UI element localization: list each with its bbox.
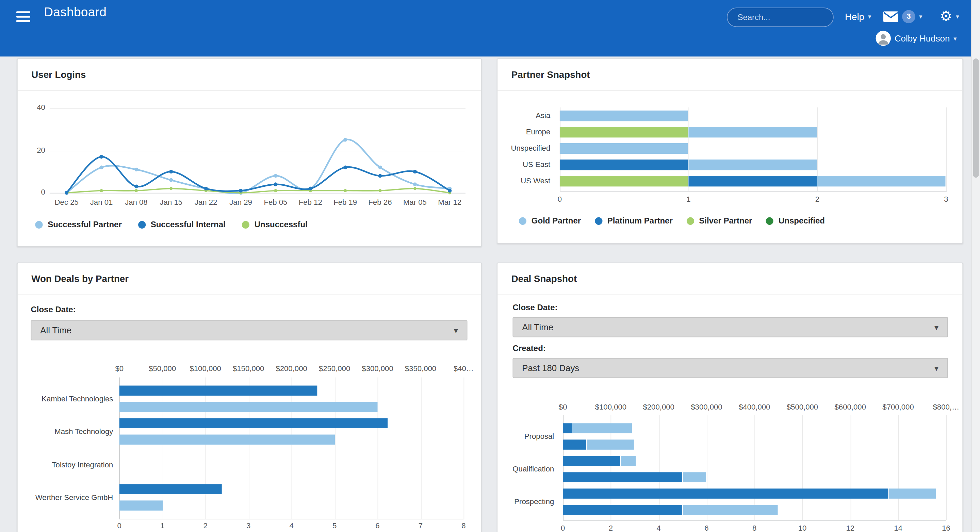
chart-legend: Gold PartnerPlatinum PartnerSilver Partn… [519, 216, 825, 226]
user-menu[interactable]: Colby Hudson ▾ [876, 31, 957, 46]
mail-menu[interactable]: 3 ▾ [883, 10, 923, 24]
bottom-axis-label: 5 [322, 521, 347, 530]
bar-segment [817, 176, 946, 186]
top-axis-label: $500,000 [780, 402, 824, 411]
scrollbar[interactable] [971, 0, 980, 532]
category-label: Tolstoy Integration [18, 460, 113, 469]
legend-item: Unsuccessful [242, 220, 308, 229]
category-label: Europe [498, 127, 550, 137]
dark_blue-dot [595, 217, 602, 224]
data-point [378, 165, 382, 169]
data-point [274, 189, 277, 192]
axis-line [563, 520, 946, 521]
gridline [946, 108, 947, 191]
gridline [334, 378, 335, 519]
gridline [378, 378, 379, 519]
data-point [414, 187, 417, 190]
amount-bar-segment [888, 489, 936, 499]
light_green-dot [686, 217, 694, 224]
data-point [378, 174, 382, 178]
bottom-axis-label: 12 [838, 524, 863, 532]
category-label: Proposal [498, 432, 554, 441]
top-axis-label: $700,000 [876, 402, 920, 411]
amount-bar-segment [563, 489, 888, 499]
bar-segment [688, 127, 817, 137]
chart-legend: Successful PartnerSuccessful InternalUns… [35, 220, 307, 229]
close-date-filter-label: Close Date: [30, 305, 76, 314]
bottom-axis-label: 4 [646, 524, 671, 532]
partner-snapshot-card: Partner Snapshot 0123AsiaEuropeUnspecifi… [497, 59, 963, 244]
gridline [802, 415, 803, 520]
bottom-axis-label: 6 [365, 521, 390, 530]
data-point [100, 165, 103, 169]
menu-icon[interactable] [16, 11, 30, 22]
bottom-axis-label: 4 [279, 521, 304, 530]
help-menu[interactable]: Help ▾ [845, 11, 871, 22]
legend-item: Silver Partner [686, 216, 752, 226]
chevron-down-icon: ▾ [454, 326, 458, 335]
axis-line [560, 191, 947, 192]
card-title: Deal Snapshot [498, 263, 962, 295]
bar-segment [560, 143, 688, 154]
gridline [119, 378, 120, 519]
top-axis-label: $40… [445, 364, 481, 373]
mail-icon [883, 11, 898, 22]
user-logins-card: User Logins 40200Dec 25Jan 01Jan 08Jan 1… [17, 59, 482, 247]
bottom-axis-label: 6 [694, 524, 719, 532]
category-label: Mash Technology [18, 427, 113, 436]
gridline [248, 378, 249, 519]
gridline [706, 415, 707, 520]
count-bar-segment [563, 505, 682, 515]
gridline [659, 415, 659, 520]
x-axis-label: 1 [676, 195, 701, 203]
line-series-1 [67, 157, 450, 193]
chevron-down-icon: ▾ [934, 322, 939, 332]
data-point [100, 189, 103, 192]
legend-item: Platinum Partner [595, 216, 673, 226]
settings-menu[interactable]: ⚙ ▾ [940, 9, 959, 24]
card-title-text: User Logins [31, 69, 86, 79]
search-input[interactable] [727, 8, 834, 27]
data-point [134, 168, 138, 172]
close-date-select[interactable]: All Time ▾ [512, 317, 948, 337]
gridline [463, 378, 464, 519]
category-label: Werther Service GmbH [18, 493, 113, 502]
amount-bar-segment [572, 423, 632, 434]
axis-line [119, 519, 464, 519]
top-navigation-bar: Dashboard Help ▾ 3 ▾ ⚙ ▾ [0, 0, 980, 56]
light_green-dot [242, 221, 250, 228]
close-date-value: All Time [522, 322, 553, 332]
bottom-axis-label: 0 [550, 524, 576, 532]
bottom-axis-label: 3 [236, 521, 261, 530]
category-label: Kambei Technologies [18, 394, 113, 403]
card-title: User Logins [18, 59, 481, 91]
data-point [343, 138, 347, 141]
top-axis-label: $0 [100, 364, 138, 373]
amount-bar-segment [563, 423, 572, 434]
gear-icon: ⚙ [940, 9, 952, 24]
amount-bar [119, 386, 318, 396]
bottom-axis-label: 16 [933, 524, 959, 532]
count-bar-segment [587, 440, 634, 450]
legend-item: Successful Internal [138, 220, 226, 229]
close-date-select[interactable]: All Time ▾ [30, 321, 467, 340]
light_blue-dot [519, 217, 527, 224]
amount-bar-segment [563, 456, 620, 466]
x-axis-label: 2 [805, 195, 830, 203]
gridline [850, 415, 851, 520]
bar-segment [560, 127, 688, 137]
gridline [898, 415, 899, 520]
count-bar [119, 435, 334, 445]
bottom-axis-label: 8 [451, 521, 476, 530]
bar-segment [560, 176, 688, 186]
amount-bar [119, 484, 222, 495]
scrollbar-thumb[interactable] [973, 59, 979, 178]
bottom-axis-label: 2 [598, 524, 624, 532]
created-select[interactable]: Past 180 Days ▾ [512, 358, 948, 378]
legend-item: Gold Partner [519, 216, 581, 226]
data-point [413, 170, 417, 173]
deal-snapshot-card: Deal Snapshot Close Date: All Time ▾ Cre… [497, 263, 963, 532]
avatar [876, 31, 891, 46]
x-axis-label: 0 [547, 195, 572, 203]
top-axis-label: $100,000 [186, 364, 224, 373]
